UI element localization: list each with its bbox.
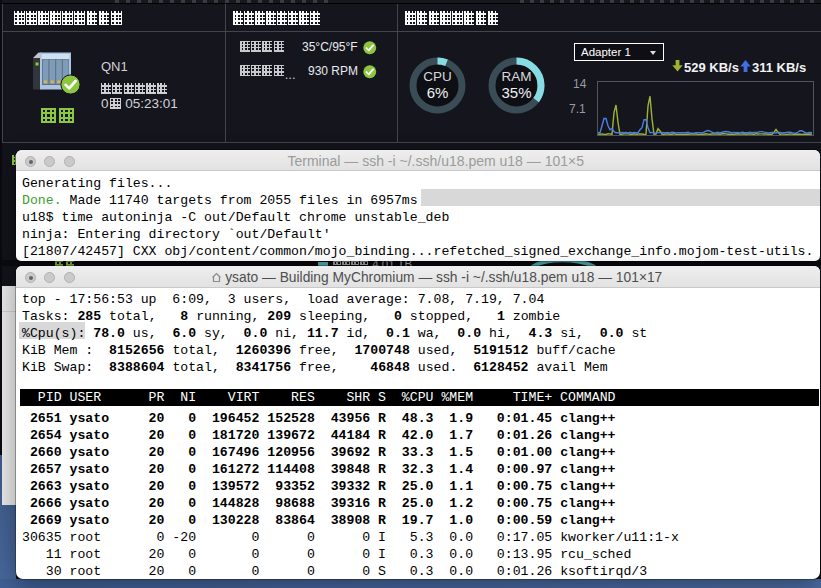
svg-text:35%: 35% [501, 83, 531, 100]
svg-text:CPU: CPU [423, 69, 452, 84]
svg-text:RAM: RAM [501, 69, 531, 84]
svg-text:6%: 6% [427, 83, 449, 100]
